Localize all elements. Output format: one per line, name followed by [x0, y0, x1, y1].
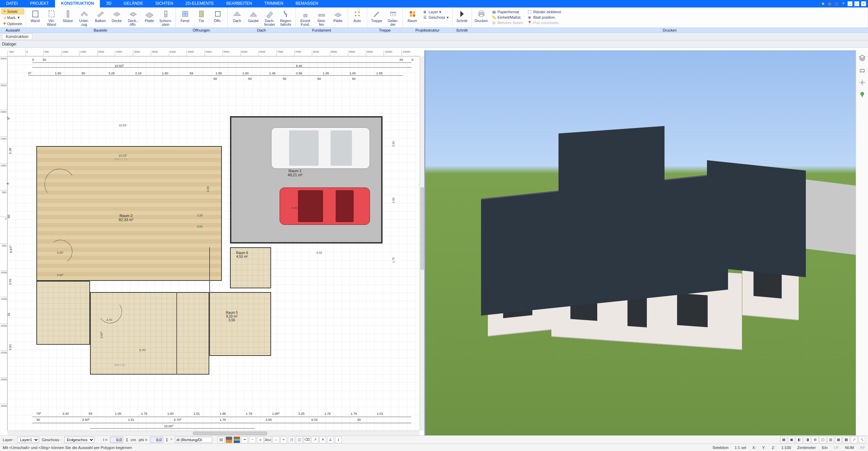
- blatt-position-button[interactable]: ⊕Blatt position.: [527, 15, 562, 20]
- virt-wand-button[interactable]: Virt. Wand: [44, 9, 59, 26]
- mehrere-seiten-button[interactable]: ⊞Mehrere Seiten: [492, 20, 523, 25]
- close-icon[interactable]: ×: [861, 1, 866, 6]
- options-button[interactable]: ✚ Optionen: [1, 21, 24, 26]
- oeffn-button[interactable]: Öffn.: [210, 9, 225, 23]
- view-9-icon[interactable]: ▩: [843, 436, 850, 443]
- auto-button[interactable]: Auto: [350, 9, 365, 23]
- line-dash-icon[interactable]: ┄: [249, 436, 256, 443]
- regenfallrohr-button[interactable]: Regen- fallrohr: [279, 9, 294, 26]
- phi-stepper[interactable]: ▲▼: [166, 437, 168, 442]
- tab-konstruktion[interactable]: KONSTRUKTION: [55, 0, 100, 7]
- l-stepper[interactable]: ▲▼: [126, 437, 128, 442]
- angle-icon[interactable]: ∠: [327, 436, 334, 443]
- furniture-tool-icon[interactable]: [858, 67, 866, 74]
- scrollbar-vertical[interactable]: [420, 56, 424, 431]
- fenster-button[interactable]: Fenst: [178, 9, 193, 23]
- deckoeffn-button[interactable]: Deck.- öffn.: [126, 9, 141, 26]
- platte-button[interactable]: Platte: [142, 9, 157, 23]
- balken-button[interactable]: Balken: [93, 9, 108, 23]
- scrollbar-thumb[interactable]: [193, 432, 267, 435]
- gradient-icon[interactable]: [233, 436, 240, 443]
- room-2[interactable]: [36, 146, 222, 281]
- view-4-icon[interactable]: ◨: [804, 436, 811, 443]
- view-3-icon[interactable]: ◧: [796, 436, 803, 443]
- stuetze-button[interactable]: Stütze: [60, 9, 75, 23]
- fill-icon[interactable]: [226, 436, 232, 443]
- snap-corner-icon[interactable]: ◳: [288, 436, 295, 443]
- einheit-button[interactable]: 📏Einheit/Maßst.: [492, 15, 523, 20]
- gaube-button[interactable]: Gaube: [246, 9, 261, 23]
- layers-tool-icon[interactable]: [858, 54, 866, 62]
- plan-2d-pane[interactable]: -500050010001500200025003000350040004500…: [0, 50, 425, 435]
- text-icon[interactable]: Abc: [265, 436, 271, 443]
- view-3d-pane[interactable]: [425, 50, 856, 435]
- tab-2d-elemente[interactable]: 2D-ELEMENTE: [179, 0, 220, 7]
- hatch-icon[interactable]: ▨: [218, 436, 225, 443]
- view-6-icon[interactable]: ◫: [819, 436, 826, 443]
- box-icon[interactable]: ◫: [834, 1, 839, 6]
- tree-tool-icon[interactable]: [858, 91, 866, 98]
- treppe-button[interactable]: Treppe: [369, 9, 384, 23]
- tab-gelaende[interactable]: GELÄNDE: [118, 0, 149, 7]
- geschoss-dropdown[interactable]: ☰Geschoss ▾: [423, 15, 449, 20]
- schnitt-button[interactable]: Schnitt: [455, 9, 470, 23]
- scrollbar-thumb[interactable]: [421, 187, 424, 270]
- wand-button[interactable]: Wand: [28, 9, 43, 23]
- screen-icon[interactable]: ▥: [827, 1, 832, 6]
- view-5-icon[interactable]: ⊞: [812, 436, 818, 443]
- tuer-button[interactable]: Tür: [194, 9, 209, 23]
- zoom-window-icon[interactable]: ⤡: [858, 436, 865, 443]
- tab-projekt[interactable]: PROJEKT: [24, 0, 55, 7]
- room-lower[interactable]: [90, 292, 210, 374]
- view-8-icon[interactable]: ▦: [835, 436, 842, 443]
- phi-input[interactable]: [150, 437, 163, 443]
- snap-edge-icon[interactable]: ◫: [296, 436, 303, 443]
- scrollbar-horizontal[interactable]: [7, 431, 420, 435]
- mark-button[interactable]: ⊿ Mark. ▾: [1, 15, 24, 20]
- line-weight-icon[interactable]: ≡: [257, 436, 264, 443]
- konstruktion-subtab[interactable]: Konstruktion: [2, 34, 32, 40]
- papierformat-button[interactable]: ▤Papierformat: [492, 10, 523, 14]
- snap-origin-icon[interactable]: ⌖: [280, 436, 287, 443]
- dim-style-icon[interactable]: ↔: [272, 436, 279, 443]
- orbit-tool-icon[interactable]: [858, 79, 866, 86]
- einzel-fund-button[interactable]: Einzel Fund.: [298, 9, 313, 26]
- pos-reset-button[interactable]: 📍Pos zurücksetz.: [527, 20, 562, 25]
- streifen-button[interactable]: Strei- fen: [314, 9, 329, 26]
- select-button[interactable]: ➤ Selekt: [1, 8, 24, 14]
- unterzug-button[interactable]: Unter- zug: [77, 9, 92, 26]
- tab-bearbeiten[interactable]: BEARBEITEN: [220, 0, 258, 7]
- dl-input[interactable]: [175, 437, 212, 443]
- view-7-icon[interactable]: ▥: [827, 436, 834, 443]
- view-1-icon[interactable]: ▦: [780, 436, 787, 443]
- eraser-icon[interactable]: ⌫: [304, 436, 311, 443]
- measure-icon[interactable]: ↗: [312, 436, 318, 443]
- cross-icon[interactable]: ✕: [319, 436, 326, 443]
- tab-trimmen[interactable]: TRIMMEN: [258, 0, 289, 7]
- raender-button[interactable]: ⛶Ränder einblend.: [527, 10, 562, 14]
- dachfenster-button[interactable]: Dach- fenster: [262, 9, 277, 26]
- tab-sichten[interactable]: SICHTEN: [149, 0, 179, 7]
- fund-platte-button[interactable]: Platte: [331, 9, 346, 23]
- drucken-button[interactable]: Drucken: [474, 9, 489, 23]
- minimize-icon[interactable]: –: [848, 1, 852, 6]
- tool-icon[interactable]: ✖: [820, 1, 825, 6]
- geschoss-select[interactable]: Erdgeschos: [64, 437, 94, 443]
- plan-canvas[interactable]: 10.53⁵ 8.40 0 30 30 0 0⁵1.50503.252.101.…: [7, 56, 420, 431]
- view-2-icon[interactable]: ▣: [788, 436, 795, 443]
- gelaender-button[interactable]: Gelän- der: [386, 9, 401, 26]
- dach-button[interactable]: Dach: [230, 9, 245, 23]
- zoom-fit-icon[interactable]: ⤢: [851, 436, 857, 443]
- room-entry[interactable]: [36, 281, 90, 344]
- tab-bemassen[interactable]: BEMASSEN: [289, 0, 324, 7]
- tab-3d[interactable]: 3D: [100, 0, 117, 7]
- help-icon[interactable]: ?: [841, 1, 846, 6]
- layer-dropdown[interactable]: ≣Layer ▾: [423, 10, 449, 14]
- room-6[interactable]: [230, 247, 271, 288]
- raum-button[interactable]: Raum: [405, 9, 420, 23]
- maximize-icon[interactable]: □: [854, 1, 859, 6]
- line-solid-icon[interactable]: ━: [241, 436, 248, 443]
- tab-datei[interactable]: DATEI: [0, 0, 24, 7]
- l-input[interactable]: [110, 437, 123, 443]
- info-icon[interactable]: i: [335, 436, 342, 443]
